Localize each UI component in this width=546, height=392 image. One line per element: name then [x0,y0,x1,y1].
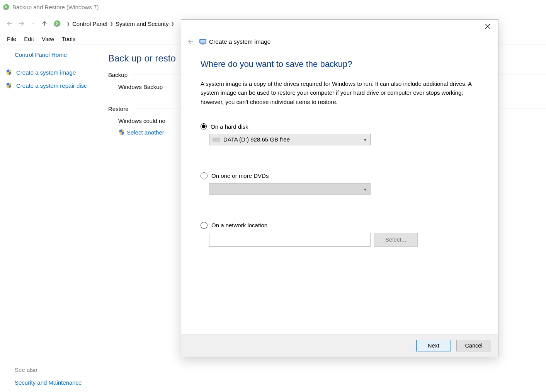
wizard-header-title: Create a system image [209,38,270,45]
menu-view[interactable]: View [38,35,58,43]
create-repair-disc-link[interactable]: Create a system repair disc [5,82,100,89]
shield-icon [5,82,12,89]
wizard-back-button[interactable] [185,36,197,48]
close-button[interactable] [479,20,497,32]
chevron-down-icon: ▾ [364,137,366,143]
hard-disk-value: DATA (D:) 928.65 GB free [223,136,290,143]
window-title: Backup and Restore (Windows 7) [12,4,99,10]
chevron-right-icon: ❯ [110,21,113,26]
radio-hard-disk-label: On a hard disk [211,123,248,130]
chevron-down-icon: ▾ [364,187,366,192]
wizard-heading: Where do you want to save the backup? [201,59,479,69]
cancel-button[interactable]: Cancel [456,340,491,351]
dvd-select: ▾ [209,183,371,195]
radio-network-label: On a network location [211,222,267,228]
breadcrumb-control-panel[interactable]: Control Panel [72,20,107,27]
security-maintenance-link[interactable]: Security and Maintenance [15,379,82,386]
breadcrumb[interactable]: ❯ Control Panel ❯ System and Security ❯ [53,19,177,28]
wizard-body: Where do you want to save the backup? A … [181,53,498,334]
radio-hard-disk[interactable]: On a hard disk [201,123,479,130]
hard-disk-select[interactable]: DATA (D:) 928.65 GB free ▾ [209,134,371,145]
create-repair-disc-label: Create a system repair disc [16,82,87,89]
create-system-image-wizard: Create a system image Where do you want … [181,19,498,357]
breadcrumb-icon [53,19,62,28]
network-path-input[interactable] [209,233,371,247]
sidebar: Control Panel Home Create a system image… [0,44,108,392]
nav-back-button[interactable] [5,19,15,29]
create-system-image-link[interactable]: Create a system image [5,69,100,76]
option-dvd: On one or more DVDs ▾ [201,172,479,195]
wizard-titlebar [181,20,498,33]
create-system-image-label: Create a system image [16,69,76,76]
shield-icon [5,69,12,76]
shield-icon [118,129,125,136]
app-icon [2,3,10,11]
backup-header-label: Backup [108,72,128,78]
radio-dvd-input[interactable] [201,172,208,179]
radio-dvd-label: On one or more DVDs [211,172,269,179]
nav-forward-button[interactable] [16,19,26,29]
nav-recent-dropdown[interactable] [28,19,38,29]
control-panel-home-link[interactable]: Control Panel Home [15,51,100,58]
breadcrumb-system-security[interactable]: System and Security [116,20,169,27]
radio-network-input[interactable] [201,222,208,229]
computer-icon [199,38,207,45]
wizard-footer: Next Cancel [181,334,498,357]
radio-hard-disk-input[interactable] [201,123,207,130]
wizard-header: Create a system image [181,33,498,53]
option-hard-disk: On a hard disk DATA (D:) 928.65 GB free … [201,123,479,145]
restore-header-label: Restore [108,106,129,112]
wizard-description: A system image is a copy of the drives r… [201,79,479,106]
chevron-right-icon: ❯ [171,21,174,26]
window-titlebar: Backup and Restore (Windows 7) [0,0,546,14]
chevron-right-icon: ❯ [66,21,70,26]
select-another-label: Select another [127,129,164,136]
select-network-button[interactable]: Select... [374,233,418,247]
next-button[interactable]: Next [416,340,451,351]
option-network: On a network location Select... [201,222,479,247]
menu-edit[interactable]: Edit [20,35,38,43]
nav-up-button[interactable] [39,19,49,29]
radio-dvd[interactable]: On one or more DVDs [201,172,479,179]
radio-network[interactable]: On a network location [201,222,479,229]
see-also-header: See also [15,366,100,373]
menu-file[interactable]: File [3,35,20,43]
hdd-icon [213,137,220,142]
menu-tools[interactable]: Tools [58,35,79,43]
